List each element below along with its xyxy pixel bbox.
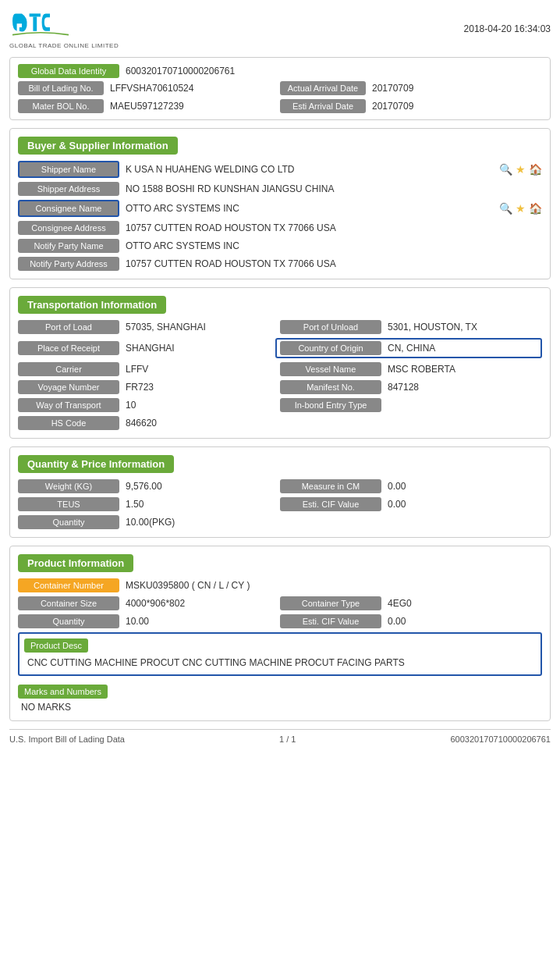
qp-quantity-row: Quantity 10.00(PKG) [18,515,542,529]
esti-cif-label: Esti. CIF Value [280,497,381,511]
mater-bol-label: Mater BOL No. [18,99,104,113]
global-data-row: Global Data Identity 6003201707100002067… [18,64,542,78]
actual-arrival-value: 20170709 [372,83,542,94]
quantity-price-title: Quantity & Price Information [18,455,174,473]
container-number-value: MSKU0395800 ( CN / L / CY ) [126,580,542,591]
manifest-no-label: Manifest No. [280,380,381,394]
inbond-entry-label: In-bond Entry Type [280,398,381,412]
port-of-unload-value: 5301, HOUSTON, TX [388,322,542,333]
product-desc-label-row: Product Desc [24,638,536,653]
measure-label: Measure in CM [280,479,381,493]
logo-text: GLOBAL TRADE ONLINE LIMITED [9,42,119,49]
esti-arrival-label: Esti Arrival Date [280,99,366,113]
country-of-origin-label: Country of Origin [280,341,381,355]
page-header: GLOBAL TRADE ONLINE LIMITED 2018-04-20 1… [9,8,551,49]
container-type-label: Container Type [280,596,381,610]
global-data-label: Global Data Identity [18,64,119,78]
buyer-supplier-title: Buyer & Supplier Information [18,137,178,155]
consignee-name-label: Consignee Name [18,200,119,217]
container-size-type-row: Container Size 4000*906*802 Container Ty… [18,596,542,610]
consignee-address-label: Consignee Address [18,221,119,235]
carrier-vessel-row: Carrier LFFV Vessel Name MSC ROBERTA [18,362,542,376]
weight-value: 9,576.00 [126,481,280,492]
voyage-manifest-row: Voyage Number FR723 Manifest No. 847128 [18,380,542,394]
gtc-logo [9,8,72,41]
product-info-section: Product Information Container Number MSK… [9,546,551,721]
weight-measure-row: Weight (KG) 9,576.00 Measure in CM 0.00 [18,479,542,493]
shipper-name-value: K USA N HUAHENG WELDING CO LTD [126,164,493,175]
quantity-price-section: Quantity & Price Information Weight (KG)… [9,446,551,538]
teus-cif-row: TEUS 1.50 Esti. CIF Value 0.00 [18,497,542,511]
search-icon[interactable]: 🔍 [499,163,512,176]
mater-bol-row: Mater BOL No. MAEU597127239 Esti Arrival… [18,99,542,113]
voyage-number-value: FR723 [126,382,280,393]
notify-party-address-row: Notify Party Address 10757 CUTTEN ROAD H… [18,257,542,271]
star-icon[interactable]: ★ [516,163,526,176]
marks-value: NO MARKS [18,702,542,713]
carrier-label: Carrier [18,362,119,376]
transport-inbond-row: Way of Transport 10 In-bond Entry Type [18,398,542,412]
shipper-address-value: NO 1588 BOSHI RD KUNSHAN JIANGSU CHINA [126,183,542,194]
port-row: Port of Load 57035, SHANGHAI Port of Unl… [18,320,542,334]
bol-value: LFFVSHA70610524 [110,83,280,94]
product-desc-label: Product Desc [24,638,88,653]
pi-esti-cif-value: 0.00 [388,616,542,627]
container-number-row: Container Number MSKU0395800 ( CN / L / … [18,578,542,592]
place-of-receipt-value: SHANGHAI [126,343,275,354]
footer-right: 600320170710000206761 [451,734,551,744]
transportation-section: Transportation Information Port of Load … [9,287,551,439]
shipper-address-row: Shipper Address NO 1588 BOSHI RD KUNSHAN… [18,182,542,196]
consignee-star-icon[interactable]: ★ [516,202,526,215]
measure-value: 0.00 [388,481,542,492]
consignee-address-value: 10757 CUTTEN ROAD HOUSTON TX 77066 USA [126,222,542,233]
vessel-name-value: MSC ROBERTA [388,364,542,375]
consignee-name-value: OTTO ARC SYSTEMS INC [126,203,493,214]
home-icon[interactable]: 🏠 [529,163,542,176]
shipper-icons: 🔍 ★ 🏠 [499,163,542,176]
timestamp: 2018-04-20 16:34:03 [464,23,551,34]
pi-quantity-cif-row: Quantity 10.00 Esti. CIF Value 0.00 [18,614,542,628]
hs-code-row: HS Code 846620 [18,416,542,430]
svg-rect-1 [33,16,37,30]
product-info-title: Product Information [18,554,133,572]
notify-party-address-value: 10757 CUTTEN ROAD HOUSTON TX 77066 USA [126,258,542,269]
footer-page-info: 1 / 1 [279,734,296,744]
place-of-receipt-label: Place of Receipt [18,341,119,355]
mater-bol-value: MAEU597127239 [110,101,280,112]
page-footer: U.S. Import Bill of Lading Data 1 / 1 60… [9,729,551,744]
bol-label: Bill of Lading No. [18,81,104,95]
country-of-origin-value: CN, CHINA [388,343,537,354]
logo-area: GLOBAL TRADE ONLINE LIMITED [9,8,119,49]
hs-code-value: 846620 [126,418,542,429]
notify-party-name-label: Notify Party Name [18,239,119,253]
consignee-search-icon[interactable]: 🔍 [499,202,512,215]
bol-row: Bill of Lading No. LFFVSHA70610524 Actua… [18,81,542,95]
consignee-home-icon[interactable]: 🏠 [529,202,542,215]
notify-party-name-value: OTTO ARC SYSTEMS INC [126,240,542,251]
notify-party-address-label: Notify Party Address [18,257,119,271]
vessel-name-label: Vessel Name [280,362,381,376]
consignee-icons: 🔍 ★ 🏠 [499,202,542,215]
container-size-value: 4000*906*802 [126,598,280,609]
global-data-value: 600320170710000206761 [126,66,542,76]
product-desc-value: CNC CUTTING MACHINE PROCUT CNC CUTTING M… [24,656,536,670]
consignee-name-row: Consignee Name OTTO ARC SYSTEMS INC 🔍 ★ … [18,200,542,217]
manifest-no-value: 847128 [388,382,542,393]
consignee-address-row: Consignee Address 10757 CUTTEN ROAD HOUS… [18,221,542,235]
marks-label: Marks and Numbers [18,685,108,699]
voyage-number-label: Voyage Number [18,380,119,394]
port-of-unload-label: Port of Unload [280,320,381,334]
port-of-load-label: Port of Load [18,320,119,334]
shipper-name-label: Shipper Name [18,161,119,178]
container-number-label: Container Number [18,578,119,592]
footer-left: U.S. Import Bill of Lading Data [9,734,125,744]
qp-quantity-value: 10.00(PKG) [126,517,542,528]
marks-section: Marks and Numbers NO MARKS [18,681,542,713]
buyer-supplier-section: Buyer & Supplier Information Shipper Nam… [9,128,551,279]
pi-quantity-label: Quantity [18,614,119,628]
receipt-origin-row: Place of Receipt SHANGHAI Country of Ori… [18,338,542,358]
shipper-address-label: Shipper Address [18,182,119,196]
way-of-transport-value: 10 [126,400,280,411]
way-of-transport-label: Way of Transport [18,398,119,412]
teus-label: TEUS [18,497,119,511]
